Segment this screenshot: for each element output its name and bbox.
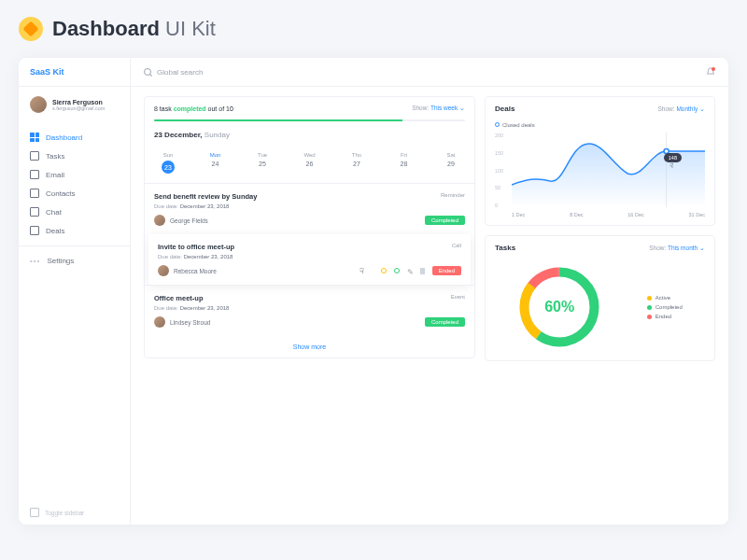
trash-icon[interactable] — [420, 268, 425, 274]
calendar-day[interactable]: Thu27 — [343, 152, 371, 174]
sidebar-item-email[interactable]: Email — [19, 165, 130, 184]
sidebar-item-deals[interactable]: Deals — [19, 221, 130, 240]
status-dot-icon[interactable] — [381, 268, 387, 273]
calendar-day[interactable]: Fri28 — [390, 152, 418, 174]
sidebar-item-settings[interactable]: •••Settings — [19, 252, 130, 270]
chevron-down-icon: ⌄ — [459, 105, 465, 111]
task-row[interactable]: Office meet-upEventDue date: December 23… — [145, 285, 474, 336]
tasks-card-title: Tasks — [495, 244, 515, 252]
search-icon — [144, 68, 151, 76]
grid-icon — [30, 133, 39, 142]
page-title: Dashboard UI Kit — [52, 17, 216, 41]
search-input[interactable]: Global search — [144, 68, 203, 77]
user-block[interactable]: Sierra Ferguson s.ferguson@gmail.com — [19, 87, 130, 122]
check-icon — [30, 151, 39, 161]
user-icon — [30, 189, 39, 198]
collapse-icon — [30, 508, 39, 517]
user-email: s.ferguson@gmail.com — [52, 105, 105, 111]
tasks-donut-chart: 60% Active Completed Ended — [486, 259, 714, 360]
calendar-day[interactable]: Wed26 — [296, 152, 324, 174]
search-placeholder: Global search — [157, 68, 203, 77]
chart-tooltip: 148 — [664, 153, 682, 162]
legend-dot-icon — [495, 122, 500, 127]
notification-bell-icon[interactable] — [706, 67, 715, 77]
date-label: 23 December, Sunday — [145, 121, 474, 148]
sidebar: SaaS Kit Sierra Ferguson s.ferguson@gmai… — [19, 58, 131, 525]
status-badge: Completed — [425, 317, 465, 327]
toggle-sidebar-button[interactable]: Toggle sidebar — [19, 500, 130, 525]
status-badge: Completed — [425, 216, 465, 225]
calendar-day[interactable]: Mon24 — [202, 152, 230, 174]
task-stats: 8 task completed out of 10 — [154, 105, 233, 112]
deals-legend: Closed deals — [502, 122, 535, 128]
tasks-period-selector[interactable]: Show: This month ⌄ — [649, 245, 705, 252]
edit-icon[interactable]: ✎ — [407, 268, 413, 273]
mail-icon — [30, 170, 39, 179]
avatar — [30, 96, 47, 113]
logo-icon — [19, 17, 43, 41]
sidebar-item-dashboard[interactable]: Dashboard — [19, 128, 130, 147]
avatar — [154, 215, 165, 226]
avatar — [158, 265, 169, 276]
avatar — [154, 316, 165, 328]
task-row[interactable]: Invite to office meet-upCallDue date: De… — [148, 234, 471, 285]
status-dot-icon[interactable] — [394, 268, 400, 273]
chat-icon — [30, 207, 39, 217]
user-name: Sierra Ferguson — [52, 99, 105, 105]
calendar-day[interactable]: Tue25 — [248, 152, 276, 174]
calendar-day[interactable]: Sun23 — [154, 152, 182, 174]
period-selector[interactable]: Show: This week ⌄ — [412, 105, 465, 112]
deals-period-selector[interactable]: Show: Monthly ⌄ — [658, 105, 705, 113]
deals-line-chart: 200150100500 148 ☟ 1 Dec8 Dec16 Dec31 De… — [486, 129, 714, 225]
sidebar-item-contacts[interactable]: Contacts — [19, 184, 130, 203]
sidebar-item-tasks[interactable]: Tasks — [19, 147, 130, 165]
show-more-button[interactable]: Show more — [145, 336, 474, 357]
donut-percent: 60% — [517, 265, 601, 349]
deals-card-title: Deals — [495, 105, 514, 113]
brand: SaaS Kit — [19, 58, 130, 87]
status-badge: Ended — [432, 266, 461, 275]
task-row[interactable]: Send benefit review by SundayReminderDue… — [145, 183, 474, 234]
sidebar-item-chat[interactable]: Chat — [19, 203, 130, 221]
calendar-day[interactable]: Sat29 — [437, 152, 465, 174]
donut-legend: Active Completed Ended — [647, 291, 683, 323]
pie-icon — [30, 226, 39, 235]
cursor-icon: ☟ — [669, 162, 673, 170]
